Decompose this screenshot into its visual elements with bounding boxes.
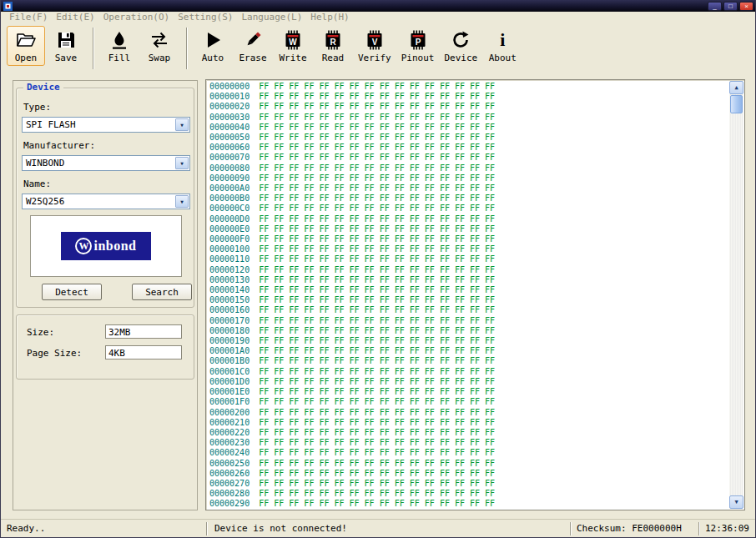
minimize-button[interactable]: _ <box>708 2 722 11</box>
hex-row: 00000010FF FF FF FF FF FF FF FF FF FF FF… <box>209 92 728 102</box>
status-time-text: 12:36:09 <box>705 523 749 534</box>
hex-bytes[interactable]: FF FF FF FF FF FF FF FF FF FF FF FF FF F… <box>259 499 495 508</box>
menu-language[interactable]: Language(L) <box>237 12 306 23</box>
device-group-box: Device Type: SPI FLASH ▼ Manufacturer: W… <box>16 88 194 308</box>
hex-address: 00000050 <box>209 133 249 142</box>
search-button[interactable]: Search <box>132 284 192 300</box>
menu-setting[interactable]: Setting(S) <box>174 12 237 23</box>
hex-bytes[interactable]: FF FF FF FF FF FF FF FF FF FF FF FF FF F… <box>259 469 495 478</box>
hex-bytes[interactable]: FF FF FF FF FF FF FF FF FF FF FF FF FF F… <box>259 113 495 122</box>
status-ready: Ready.. <box>1 520 206 538</box>
menu-help[interactable]: Help(H) <box>306 12 353 23</box>
menu-edit[interactable]: Edit(E) <box>52 12 98 23</box>
menu-file[interactable]: File(F) <box>5 12 52 23</box>
hex-bytes[interactable]: FF FF FF FF FF FF FF FF FF FF FF FF FF F… <box>259 275 495 284</box>
hex-bytes[interactable]: FF FF FF FF FF FF FF FF FF FF FF FF FF F… <box>259 244 495 254</box>
hex-bytes[interactable]: FF FF FF FF FF FF FF FF FF FF FF FF FF F… <box>259 254 495 264</box>
hex-bytes[interactable]: FF FF FF FF FF FF FF FF FF FF FF FF FF F… <box>259 397 495 406</box>
toolbar-button-erase[interactable]: Erase <box>234 26 272 66</box>
hex-address: 00000060 <box>209 143 249 152</box>
hex-row: 00000040FF FF FF FF FF FF FF FF FF FF FF… <box>209 123 728 133</box>
toolbar-button-open[interactable]: Open <box>7 26 45 66</box>
chevron-down-icon[interactable]: ▼ <box>175 157 189 169</box>
hex-bytes[interactable]: FF FF FF FF FF FF FF FF FF FF FF FF FF F… <box>259 428 495 437</box>
toolbar-button-swap[interactable]: Swap <box>140 26 179 66</box>
toolbar-button-write[interactable]: W Write <box>274 26 312 66</box>
menu-operation[interactable]: Operation(O) <box>99 12 174 23</box>
hex-row: 00000250FF FF FF FF FF FF FF FF FF FF FF… <box>209 459 728 469</box>
hex-grid[interactable]: 00000000FF FF FF FF FF FF FF FF FF FF FF… <box>209 82 728 510</box>
toolbar-button-save[interactable]: Save <box>47 26 85 66</box>
hex-bytes[interactable]: FF FF FF FF FF FF FF FF FF FF FF FF FF F… <box>259 459 495 468</box>
toolbar-button-device[interactable]: Device <box>441 26 482 66</box>
manufacturer-select[interactable]: WINBOND ▼ <box>22 155 190 171</box>
hex-bytes[interactable]: FF FF FF FF FF FF FF FF FF FF FF FF FF F… <box>259 153 495 162</box>
hex-bytes[interactable]: FF FF FF FF FF FF FF FF FF FF FF FF FF F… <box>259 194 495 203</box>
hex-bytes[interactable]: FF FF FF FF FF FF FF FF FF FF FF FF FF F… <box>259 316 495 325</box>
chevron-down-icon[interactable]: ▼ <box>175 118 189 131</box>
hex-bytes[interactable]: FF FF FF FF FF FF FF FF FF FF FF FF FF F… <box>259 82 495 91</box>
hex-row: 000001B0FF FF FF FF FF FF FF FF FF FF FF… <box>209 356 728 366</box>
hex-bytes[interactable]: FF FF FF FF FF FF FF FF FF FF FF FF FF F… <box>259 224 495 234</box>
maximize-button[interactable]: □ <box>723 2 738 11</box>
pinout-chip-icon: P <box>407 29 429 51</box>
toolbar-button-about[interactable]: i About <box>483 26 522 66</box>
hex-bytes[interactable]: FF FF FF FF FF FF FF FF FF FF FF FF FF F… <box>259 346 495 355</box>
hex-address: 00000000 <box>209 82 249 91</box>
hex-bytes[interactable]: FF FF FF FF FF FF FF FF FF FF FF FF FF F… <box>259 479 495 488</box>
hex-bytes[interactable]: FF FF FF FF FF FF FF FF FF FF FF FF FF F… <box>259 173 495 183</box>
hex-address: 00000020 <box>209 102 249 111</box>
hex-row: 00000080FF FF FF FF FF FF FF FF FF FF FF… <box>209 163 728 173</box>
toolbar-button-pinout[interactable]: P Pinout <box>397 26 439 66</box>
status-checksum: Checksum: FE000000H <box>572 520 698 538</box>
detect-button[interactable]: Detect <box>42 284 102 300</box>
hex-bytes[interactable]: FF FF FF FF FF FF FF FF FF FF FF FF FF F… <box>259 184 495 193</box>
chevron-down-icon[interactable]: ▼ <box>175 195 189 208</box>
toolbar-button-read[interactable]: R Read <box>314 26 352 66</box>
hex-bytes[interactable]: FF FF FF FF FF FF FF FF FF FF FF FF FF F… <box>259 367 495 376</box>
hex-bytes[interactable]: FF FF FF FF FF FF FF FF FF FF FF FF FF F… <box>259 418 495 427</box>
status-bar: Ready.. Device is not connected! Checksu… <box>1 519 755 537</box>
hex-editor[interactable]: 00000000FF FF FF FF FF FF FF FF FF FF FF… <box>205 79 745 510</box>
page-size-field[interactable]: 4KB <box>105 345 182 360</box>
hex-bytes[interactable]: FF FF FF FF FF FF FF FF FF FF FF FF FF F… <box>259 92 495 101</box>
hex-bytes[interactable]: FF FF FF FF FF FF FF FF FF FF FF FF FF F… <box>259 265 495 274</box>
hex-bytes[interactable]: FF FF FF FF FF FF FF FF FF FF FF FF FF F… <box>259 285 495 294</box>
toolbar: Open Save Fill Swap Auto <box>1 23 755 75</box>
hex-bytes[interactable]: FF FF FF FF FF FF FF FF FF FF FF FF FF F… <box>259 356 495 365</box>
hex-bytes[interactable]: FF FF FF FF FF FF FF FF FF FF FF FF FF F… <box>259 336 495 345</box>
hex-address: 000001D0 <box>209 377 249 386</box>
hex-bytes[interactable]: FF FF FF FF FF FF FF FF FF FF FF FF FF F… <box>259 408 495 417</box>
hex-row: 000000A0FF FF FF FF FF FF FF FF FF FF FF… <box>209 184 728 194</box>
hex-bytes[interactable]: FF FF FF FF FF FF FF FF FF FF FF FF FF F… <box>259 143 495 152</box>
hex-bytes[interactable]: FF FF FF FF FF FF FF FF FF FF FF FF FF F… <box>259 438 495 447</box>
hex-bytes[interactable]: FF FF FF FF FF FF FF FF FF FF FF FF FF F… <box>259 295 495 304</box>
toolbar-button-auto[interactable]: Auto <box>194 26 232 66</box>
hex-bytes[interactable]: FF FF FF FF FF FF FF FF FF FF FF FF FF F… <box>259 204 495 213</box>
device-icon <box>450 29 471 51</box>
hex-bytes[interactable]: FF FF FF FF FF FF FF FF FF FF FF FF FF F… <box>259 234 495 244</box>
write-chip-icon: W <box>282 29 304 51</box>
hex-bytes[interactable]: FF FF FF FF FF FF FF FF FF FF FF FF FF F… <box>259 163 495 173</box>
hex-bytes[interactable]: FF FF FF FF FF FF FF FF FF FF FF FF FF F… <box>259 214 495 224</box>
hex-bytes[interactable]: FF FF FF FF FF FF FF FF FF FF FF FF FF F… <box>259 448 495 457</box>
hex-bytes[interactable]: FF FF FF FF FF FF FF FF FF FF FF FF FF F… <box>259 133 495 142</box>
hex-bytes[interactable]: FF FF FF FF FF FF FF FF FF FF FF FF FF F… <box>259 123 495 132</box>
hex-bytes[interactable]: FF FF FF FF FF FF FF FF FF FF FF FF FF F… <box>259 305 495 314</box>
scroll-up-button[interactable]: ▲ <box>729 81 743 94</box>
name-select[interactable]: W25Q256 ▼ <box>22 194 190 209</box>
toolbar-button-fill[interactable]: Fill <box>100 26 139 66</box>
type-select[interactable]: SPI FLASH ▼ <box>22 117 190 133</box>
title-bar[interactable]: _ □ × <box>1 0 755 12</box>
size-field[interactable]: 32MB <box>105 324 182 339</box>
scroll-thumb[interactable] <box>730 95 743 113</box>
scroll-down-button[interactable]: ▼ <box>729 495 743 509</box>
hex-scrollbar[interactable]: ▲ ▼ <box>729 81 743 509</box>
hex-bytes[interactable]: FF FF FF FF FF FF FF FF FF FF FF FF FF F… <box>259 387 495 396</box>
close-button[interactable]: × <box>739 2 753 11</box>
hex-bytes[interactable]: FF FF FF FF FF FF FF FF FF FF FF FF FF F… <box>259 489 495 498</box>
hex-bytes[interactable]: FF FF FF FF FF FF FF FF FF FF FF FF FF F… <box>259 102 495 111</box>
hex-bytes[interactable]: FF FF FF FF FF FF FF FF FF FF FF FF FF F… <box>259 326 495 335</box>
toolbar-button-verify[interactable]: V Verify <box>354 26 396 66</box>
hex-bytes[interactable]: FF FF FF FF FF FF FF FF FF FF FF FF FF F… <box>259 377 495 386</box>
